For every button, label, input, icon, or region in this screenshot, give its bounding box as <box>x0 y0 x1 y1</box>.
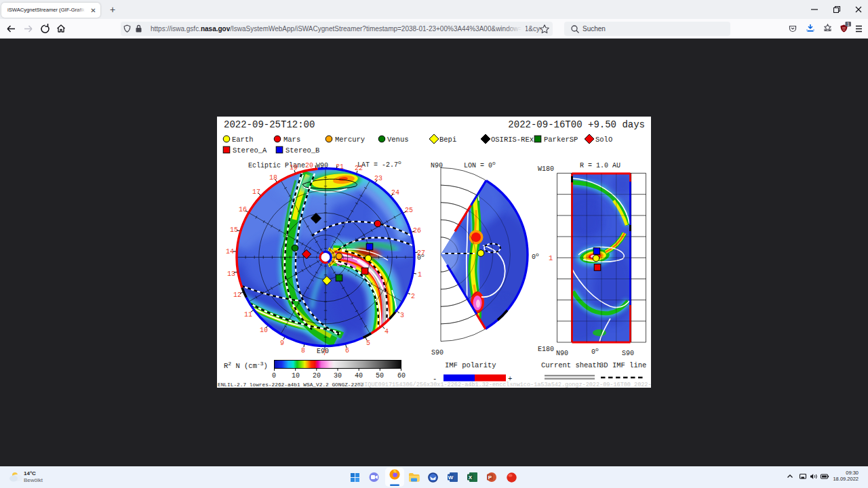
svg-text:ENLIL-2.7 lowres-2262-a4b1 WSA: ENLIL-2.7 lowres-2262-a4b1 WSA_V2.2 GONG… <box>218 382 364 388</box>
svg-text:10: 10 <box>260 327 268 334</box>
svg-text:30: 30 <box>334 372 342 380</box>
svg-text:0o: 0o <box>532 251 539 261</box>
svg-text:22: 22 <box>355 165 363 172</box>
svg-text:50: 50 <box>376 372 384 380</box>
svg-text:2022-09-16T00 +9.50 days: 2022-09-16T00 +9.50 days <box>508 119 645 130</box>
svg-text:17: 17 <box>252 188 260 196</box>
svg-text:0o: 0o <box>591 346 599 356</box>
svg-text:14: 14 <box>226 248 234 256</box>
svg-text:3: 3 <box>400 312 404 319</box>
svg-text:25: 25 <box>405 207 413 214</box>
svg-text:Bepi: Bepi <box>439 136 456 144</box>
svg-text:S90: S90 <box>622 350 634 357</box>
svg-text:9: 9 <box>280 340 284 347</box>
svg-text:20: 20 <box>313 372 321 380</box>
svg-text:ParkerSP: ParkerSP <box>544 136 578 144</box>
svg-text:Stereo_A: Stereo_A <box>233 146 267 155</box>
svg-text:15: 15 <box>230 226 238 234</box>
svg-text:0: 0 <box>272 372 276 380</box>
svg-text:2: 2 <box>411 293 415 300</box>
svg-text:N90: N90 <box>556 350 568 357</box>
svg-text:Venus: Venus <box>387 136 409 144</box>
svg-text:3D IMF line: 3D IMF line <box>599 361 646 369</box>
svg-text:P: P <box>488 474 492 481</box>
svg-text:10: 10 <box>292 372 300 380</box>
svg-text:LON = 0o: LON = 0o <box>464 160 496 169</box>
svg-text:2022-09-25T12:00: 2022-09-25T12:00 <box>224 119 315 130</box>
svg-text:6: 6 <box>345 347 349 354</box>
svg-text:40: 40 <box>355 372 363 380</box>
svg-text:19: 19 <box>290 164 298 171</box>
svg-text:13: 13 <box>227 270 235 278</box>
svg-text:11: 11 <box>244 311 252 319</box>
svg-text:12: 12 <box>233 291 241 299</box>
svg-text:E180: E180 <box>538 346 554 353</box>
svg-text:60: 60 <box>397 372 406 380</box>
svg-text:5: 5 <box>366 340 370 347</box>
svg-text:IMF polarity: IMF polarity <box>445 361 496 369</box>
svg-text:1: 1 <box>847 22 850 26</box>
svg-text:R2 N (cm-3): R2 N (cm-3) <box>224 361 268 370</box>
svg-text:Stereo_B: Stereo_B <box>285 146 319 155</box>
svg-text:Mars: Mars <box>283 136 300 144</box>
svg-text:UNIQUE0917154306/256x30x1-2262: UNIQUE0917154306/256x30x1-2262-a4b1.32-e… <box>357 382 651 388</box>
svg-text:R = 1.0 AU: R = 1.0 AU <box>580 162 620 169</box>
svg-text:4: 4 <box>384 328 389 336</box>
svg-text:16: 16 <box>239 206 247 214</box>
svg-text:S90: S90 <box>431 349 443 357</box>
svg-text:W: W <box>448 474 454 481</box>
svg-text:LAT = -2.7o: LAT = -2.7o <box>357 159 401 169</box>
svg-text:27: 27 <box>417 249 425 257</box>
svg-text:26: 26 <box>413 227 421 235</box>
svg-text:Mercury: Mercury <box>335 136 365 144</box>
svg-text:24: 24 <box>391 189 399 197</box>
svg-text:8: 8 <box>301 347 305 354</box>
svg-text:W180: W180 <box>538 165 554 173</box>
svg-text:X: X <box>469 474 473 481</box>
svg-text:Earth: Earth <box>232 136 254 144</box>
svg-text:OSIRIS-REx: OSIRIS-REx <box>491 136 534 144</box>
svg-text:23: 23 <box>374 175 382 182</box>
svg-text:SolO: SolO <box>595 136 612 144</box>
svg-text:Current sheath: Current sheath <box>541 361 601 369</box>
svg-text:7: 7 <box>323 350 327 357</box>
svg-text:1: 1 <box>549 254 553 262</box>
svg-text:1: 1 <box>418 271 422 279</box>
